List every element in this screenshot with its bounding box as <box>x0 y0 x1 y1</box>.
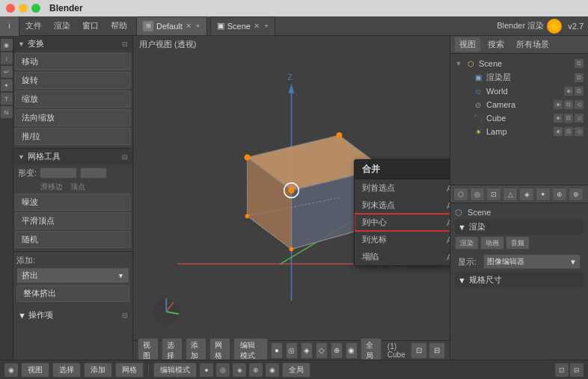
global-btn[interactable]: 全局 <box>361 338 382 360</box>
maximize-button[interactable] <box>31 4 40 13</box>
sidebar-icon-5[interactable]: N <box>1 106 13 118</box>
sidebar-icon-0[interactable]: ◉ <box>1 39 13 51</box>
world-action-eye[interactable]: 👁 <box>564 87 573 96</box>
world-action-render[interactable]: ⊡ <box>575 87 584 96</box>
status-icon-0[interactable]: ◉ <box>4 363 18 377</box>
props-render-btn[interactable]: ◎ <box>470 188 485 201</box>
cm-item-2-highlighted[interactable]: 到中心 Alt M <box>355 214 450 231</box>
menu-file[interactable]: 文件 <box>19 16 48 36</box>
form-slide-input[interactable] <box>40 167 77 179</box>
minimize-button[interactable] <box>19 4 28 13</box>
render-section-header[interactable]: ▼ 渲染 <box>455 219 584 235</box>
smooth-vertex-button[interactable]: 平滑顶点 <box>15 212 131 229</box>
move-button[interactable]: 移动 <box>15 53 131 70</box>
status-icon-5[interactable]: ◉ <box>266 363 279 377</box>
draw-mode-icon[interactable]: ● <box>271 342 283 359</box>
props-object-btn[interactable]: ⊡ <box>486 188 501 201</box>
outliner-search-tab[interactable]: 搜索 <box>483 37 509 52</box>
normal-scale-button[interactable]: 法向缩放 <box>15 109 131 126</box>
scene-action-1[interactable]: ⊡ <box>575 59 584 68</box>
status-global[interactable]: 全局 <box>282 363 310 378</box>
camera-action-eye[interactable]: 👁 <box>554 100 563 109</box>
ops-header[interactable]: ▼ 操作项 ⊟ <box>16 308 129 322</box>
close-button[interactable] <box>6 4 15 13</box>
scene-tab[interactable]: ▣ Scene ✕ + <box>210 16 275 36</box>
menu-help[interactable]: 帮助 <box>105 16 133 36</box>
lamp-action-eye[interactable]: 👁 <box>554 127 563 136</box>
props-physics-btn[interactable]: ⊕ <box>552 188 567 201</box>
push-pull-button[interactable]: 推/拉 <box>15 128 131 145</box>
render-sub-2[interactable]: 音频 <box>506 236 530 250</box>
outliner-view-tab[interactable]: 视图 <box>455 37 480 52</box>
props-material-btn[interactable]: ◈ <box>519 188 534 201</box>
outliner-item-camera[interactable]: ⊙ Camera 👁 ⊡ ◇ <box>459 98 587 111</box>
scale-button[interactable]: 缩放 <box>15 90 131 108</box>
scene-add-icon[interactable]: + <box>264 22 269 30</box>
camera-action-sel[interactable]: ◇ <box>575 100 584 109</box>
lamp-action-sel[interactable]: ◇ <box>575 127 584 136</box>
outliner-item-world[interactable]: ⊙ World 👁 ⊡ <box>459 84 587 98</box>
status-right-icon-1[interactable]: ⊡ <box>555 363 569 377</box>
cm-item-0[interactable]: 到首选点 Alt M <box>355 179 450 197</box>
proportional-icon[interactable]: ◉ <box>346 342 358 359</box>
transform-header[interactable]: ▼ 变换 ⊟ <box>13 36 132 52</box>
edit-mode-btn[interactable]: 编辑模式 <box>233 338 268 360</box>
mesh-tools-header[interactable]: ▼ 网格工具 ⊟ <box>13 149 132 164</box>
render-mode-icon[interactable]: ◇ <box>316 342 328 359</box>
view-mode-icon[interactable]: ◎ <box>286 342 298 359</box>
rotate-button[interactable]: 旋转 <box>15 72 131 89</box>
render-sub-1[interactable]: 动画 <box>480 236 504 250</box>
render-sub-0[interactable]: 渲染 <box>455 236 479 250</box>
view-btn[interactable]: 视图 <box>138 338 159 360</box>
sidebar-icon-3[interactable]: ✦ <box>1 79 13 91</box>
menu-window[interactable]: 窗口 <box>76 16 105 36</box>
whole-extrude-button[interactable]: 整体挤出 <box>16 285 129 302</box>
status-tab-mesh[interactable]: 网格 <box>115 363 144 378</box>
viewport-icon-2[interactable]: ⊟ <box>429 342 445 359</box>
cm-item-3[interactable]: 到光标 Alt M <box>355 231 450 248</box>
noise-button[interactable]: 噪波 <box>15 194 131 211</box>
sidebar-icon-4[interactable]: T <box>1 93 13 105</box>
renderlayer-action[interactable]: ⊡ <box>575 73 584 82</box>
sidebar-icon-2[interactable]: ↩ <box>1 66 13 78</box>
status-icon-2[interactable]: ◎ <box>216 363 230 377</box>
mesh-btn[interactable]: 网格 <box>209 338 230 360</box>
props-scene-btn[interactable]: ⬡ <box>453 188 468 201</box>
sidebar-icon-1[interactable]: ↕ <box>1 52 13 64</box>
props-mesh-btn[interactable]: △ <box>503 188 518 201</box>
workspace-add-icon[interactable]: + <box>196 22 200 30</box>
menu-render[interactable]: 渲染 <box>48 16 76 36</box>
status-tab-select[interactable]: 选择 <box>52 363 81 378</box>
status-right-icon-2[interactable]: ⊟ <box>570 363 584 377</box>
props-particles-btn[interactable]: ✦ <box>536 188 551 201</box>
camera-action-render[interactable]: ⊡ <box>564 100 573 109</box>
status-icon-4[interactable]: ⊕ <box>249 363 263 377</box>
outliner-item-cube[interactable]: ⬛ Cube 👁 ⊡ ◇ <box>459 111 587 125</box>
status-edit-mode[interactable]: 编辑模式 <box>153 363 197 378</box>
outliner-item-lamp[interactable]: ☀ Lamp 👁 ⊡ ◇ <box>459 125 587 138</box>
outliner-item-scene[interactable]: ▼ ⬡ Scene ⊡ <box>452 57 587 70</box>
status-tab-view[interactable]: 视图 <box>21 363 49 378</box>
material-icon[interactable]: ◈ <box>301 342 313 359</box>
viewport[interactable]: 用户视图 (透视) <box>133 36 450 360</box>
props-constraints-btn[interactable]: ⊗ <box>569 188 584 201</box>
snap-icon[interactable]: ⊕ <box>331 342 343 359</box>
status-icon-1[interactable]: ● <box>200 363 213 377</box>
cm-item-1[interactable]: 到末选点 Alt M <box>355 197 450 214</box>
outliner-item-renderlayer[interactable]: ▣ 渲染层 ⊡ <box>459 70 587 84</box>
lamp-action-render[interactable]: ⊡ <box>564 127 573 136</box>
display-dropdown[interactable]: 图像编辑器 ▼ <box>483 254 581 269</box>
cube-action-eye[interactable]: 👁 <box>554 114 563 123</box>
scale-section-header[interactable]: ▼ 规格尺寸 <box>455 272 584 288</box>
extrude-dropdown[interactable]: 挤出 ▼ <box>16 268 129 283</box>
workspace-tab[interactable]: ⊞ Default ✕ + <box>136 16 207 36</box>
cube-action-render[interactable]: ⊡ <box>564 114 573 123</box>
random-button[interactable]: 随机 <box>15 231 131 248</box>
form-vertex-input[interactable] <box>80 167 107 179</box>
status-icon-3[interactable]: ◈ <box>233 363 246 377</box>
viewport-icon-1[interactable]: ⊡ <box>411 342 427 359</box>
add-btn[interactable]: 添加 <box>186 338 206 360</box>
cube-action-sel[interactable]: ◇ <box>575 114 584 123</box>
workspace-close-icon[interactable]: ✕ <box>186 22 192 30</box>
scene-close-icon[interactable]: ✕ <box>254 22 260 30</box>
